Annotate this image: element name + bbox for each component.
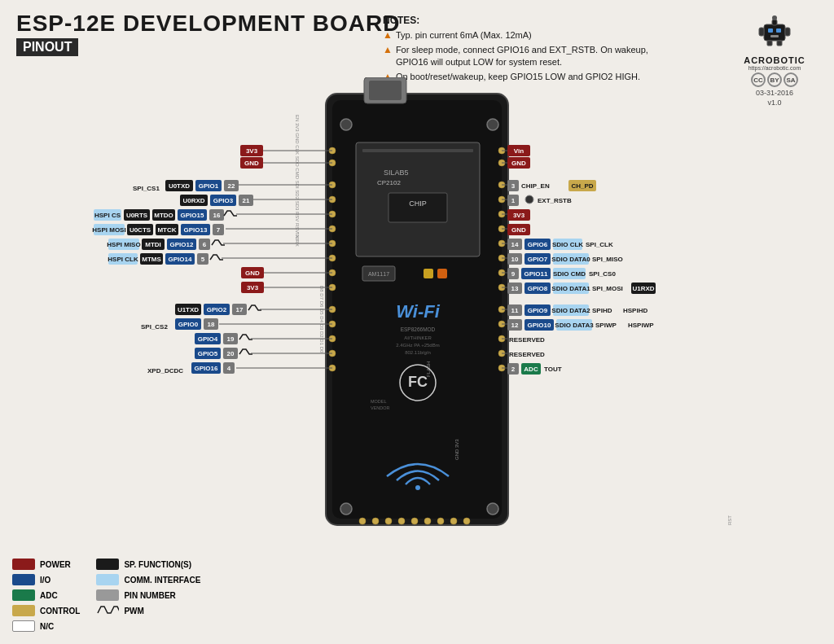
svg-text:18: 18 [208,321,215,328]
svg-text:4: 4 [227,365,231,372]
legend-ctrl-box [12,605,35,616]
legend-nc-box [12,620,35,632]
pwm-wave-icon [96,605,119,616]
legend-pinnum: PIN NUMBER [96,589,200,601]
svg-text:2.4GHz PA +25dBm: 2.4GHz PA +25dBm [396,343,439,348]
svg-text:3V3: 3V3 [247,284,259,291]
pinout-label: PINOUT [16,38,78,56]
svg-text:FLASH: FLASH [426,361,431,377]
legend-adc-label: ADC [40,591,58,600]
svg-text:GND: GND [511,226,526,234]
svg-text:GPIO12: GPIO12 [170,241,194,248]
svg-point-14 [340,119,352,130]
svg-text:GPIO2: GPIO2 [207,306,227,313]
svg-text:GPIO4: GPIO4 [198,335,218,343]
svg-text:TOUT: TOUT [544,366,562,373]
svg-text:SDIO DATA3: SDIO DATA3 [555,322,594,329]
svg-point-65 [437,518,444,524]
svg-point-59 [359,518,366,524]
svg-text:16: 16 [213,212,221,219]
svg-rect-22 [388,193,447,222]
legend-spfn: SP. FUNCTION(S) [96,559,200,570]
svg-point-67 [463,518,470,524]
svg-rect-7 [785,28,790,36]
svg-rect-27 [437,269,447,278]
legend-comm-box [96,574,119,585]
svg-text:MTDI: MTDI [145,241,161,248]
svg-text:RESERVED: RESERVED [509,351,545,358]
pinout-diagram: SILAB5 CP2102 CHIP AM1117 Wi-Fi ESP8266M… [12,77,822,550]
brand-url: https://acrobotic.com [730,65,819,71]
svg-text:SPI_MOSI: SPI_MOSI [592,285,623,292]
page-title: ESP-12E DEVELOPMENT BOARD [16,12,401,35]
svg-text:GPIO1: GPIO1 [199,182,219,190]
svg-text:MTMS: MTMS [142,256,161,263]
svg-text:FC: FC [408,374,428,390]
notes-section: NOTES: ▲ Typ. pin current 6mA (Max. 12mA… [383,15,660,85]
svg-text:13: 13 [511,285,519,292]
svg-rect-1 [768,28,773,33]
svg-rect-2 [776,28,781,33]
svg-rect-26 [424,269,433,278]
svg-text:GPIO5: GPIO5 [198,350,218,357]
svg-text:7: 7 [217,226,221,234]
svg-text:GPIO6: GPIO6 [528,241,548,248]
legend-col-1: POWER I/O ADC CONTROL N/C [12,559,80,632]
legend-adc: ADC [12,589,80,601]
svg-text:GPIO7: GPIO7 [528,256,548,263]
svg-text:6: 6 [203,241,207,248]
svg-text:SDIO DATA0: SDIO DATA0 [551,256,590,263]
svg-text:SDIO CLK: SDIO CLK [552,241,583,248]
legend-comm-label: COMM. INTERFACE [124,576,200,585]
svg-text:14: 14 [511,241,519,248]
svg-text:GPIO10: GPIO10 [528,322,551,329]
svg-text:XPD_DCDC: XPD_DCDC [147,367,183,375]
svg-text:EXT_RSTB: EXT_RSTB [538,197,572,204]
svg-text:TX RX: TX RX [295,232,300,247]
svg-text:GND: GND [244,160,259,167]
legend-power-box [12,559,35,570]
svg-text:CP2102: CP2102 [377,179,401,186]
svg-text:HSPI MOSI: HSPI MOSI [92,226,125,234]
svg-point-16 [340,503,352,515]
svg-text:U0RTS: U0RTS [126,212,148,219]
svg-text:AI/THINKER: AI/THINKER [404,335,432,340]
svg-point-83 [415,485,420,490]
svg-text:GND: GND [245,269,260,277]
svg-text:RST: RST [727,515,732,525]
svg-point-195 [525,195,533,204]
svg-text:U1RXD: U1RXD [632,285,654,292]
svg-text:D8 D7 D6 D5 D4 D3 D2 D1 D0: D8 D7 D6 D5 D4 D3 D2 D1 D0 [319,286,324,353]
legend-adc-box [12,589,35,601]
svg-text:SPI_CS1: SPI_CS1 [133,185,160,192]
robot-icon [754,10,795,50]
notes-title: NOTES: [383,15,660,26]
svg-text:SPI_CLK: SPI_CLK [586,241,613,248]
note-2: ▲ For sleep mode, connect GPIO16 and EXT… [383,44,660,68]
svg-text:Vin: Vin [514,147,524,155]
svg-text:GPIO13: GPIO13 [184,226,208,234]
svg-text:5: 5 [201,256,205,263]
svg-text:GPIO3: GPIO3 [213,197,234,204]
svg-text:CHIP: CHIP [409,199,427,208]
svg-text:HSPIHD: HSPIHD [623,307,647,314]
svg-text:802.11b/g/n: 802.11b/g/n [405,350,431,355]
legend-io-box [12,574,35,585]
legend-power: POWER [12,559,80,570]
legend-pwm-label: PWM [124,607,143,616]
svg-text:HSPI MISO: HSPI MISO [107,241,140,248]
svg-text:22: 22 [228,182,235,190]
svg-rect-19 [362,149,473,152]
legend-pwm: PWM [96,605,200,616]
svg-text:AM1117: AM1117 [368,271,389,277]
legend-power-label: POWER [40,560,71,569]
svg-text:19: 19 [227,335,235,343]
note-1: ▲ Typ. pin current 6mA (Max. 12mA) [383,29,660,41]
legend-pinnum-box [96,589,119,601]
svg-text:GPIO14: GPIO14 [169,256,192,263]
svg-text:20: 20 [227,350,235,357]
svg-text:U0RXD: U0RXD [182,197,204,204]
legend: POWER I/O ADC CONTROL N/C SP. FUNCT [12,559,200,632]
svg-text:GPIO11: GPIO11 [525,270,548,278]
svg-text:HSPIWP: HSPIWP [628,322,654,329]
